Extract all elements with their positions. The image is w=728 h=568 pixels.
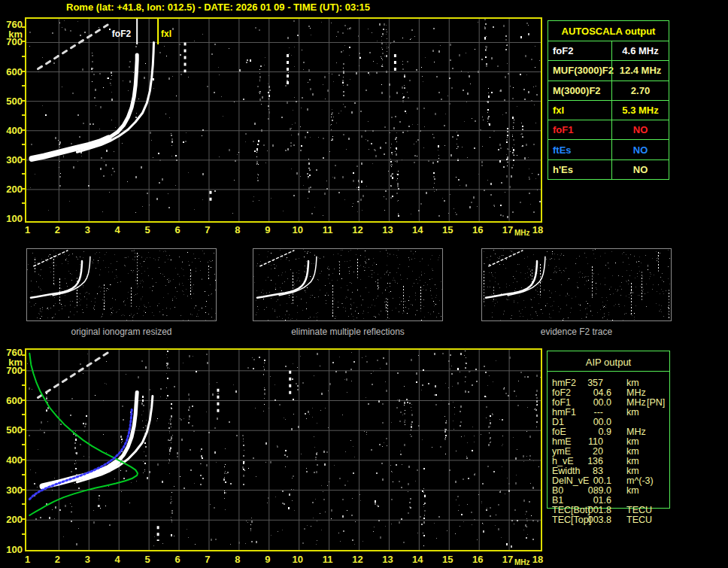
noise-dot bbox=[318, 280, 319, 281]
noise-dot bbox=[456, 500, 457, 500]
noise-dot bbox=[521, 146, 522, 147]
noise-dot bbox=[404, 405, 405, 405]
noise-dot bbox=[376, 472, 378, 474]
noise-dot bbox=[317, 320, 317, 320]
noise-dot bbox=[172, 435, 173, 436]
noise-dot bbox=[377, 63, 378, 64]
noise-dot bbox=[122, 143, 123, 144]
noise-dot bbox=[371, 143, 372, 144]
noise-dot bbox=[93, 263, 93, 263]
autoscala-row-value: 2.70 bbox=[611, 81, 669, 100]
noise-dot bbox=[651, 274, 651, 275]
noise-dot bbox=[347, 297, 347, 298]
noise-dot bbox=[620, 286, 620, 287]
noise-dot bbox=[235, 390, 237, 393]
noise-dot bbox=[166, 387, 167, 388]
noise-dot bbox=[159, 159, 161, 161]
noise-dot bbox=[201, 455, 202, 457]
noise-dot bbox=[74, 447, 76, 449]
noise-dot bbox=[296, 101, 297, 102]
noise-dot bbox=[507, 137, 508, 138]
x-axis-tick-label: 18 bbox=[528, 554, 548, 564]
noise-dot bbox=[388, 275, 389, 275]
f2-o-trace-band bbox=[32, 138, 109, 159]
noise-dot bbox=[355, 521, 356, 522]
noise-dot bbox=[607, 319, 608, 320]
autoscala-row-value: NO bbox=[611, 160, 669, 179]
noise-dot bbox=[475, 490, 475, 491]
noise-dot bbox=[525, 273, 526, 274]
noise-dot bbox=[552, 305, 553, 306]
noise-dot bbox=[76, 543, 77, 545]
noise-dot bbox=[423, 289, 423, 290]
noise-dot bbox=[256, 156, 257, 157]
noise-dot bbox=[559, 259, 560, 260]
noise-dot bbox=[366, 397, 366, 398]
noise-dot bbox=[358, 35, 359, 37]
noise-dot bbox=[383, 357, 384, 359]
x-axis-tick-label: 10 bbox=[288, 554, 308, 564]
noise-dot bbox=[584, 277, 585, 278]
noise-dot bbox=[193, 293, 194, 294]
noise-dot bbox=[578, 272, 579, 273]
noise-dot bbox=[120, 281, 121, 282]
noise-dot bbox=[387, 311, 388, 312]
noise-dot bbox=[631, 270, 632, 271]
noise-dot bbox=[177, 291, 177, 292]
noise-dot bbox=[208, 275, 209, 276]
noise-dot bbox=[234, 102, 235, 102]
noise-dot bbox=[590, 305, 590, 306]
noise-dot bbox=[402, 100, 404, 102]
noise-dot bbox=[402, 87, 403, 89]
noise-dot bbox=[465, 351, 466, 351]
noise-dot bbox=[652, 258, 653, 259]
noise-dot bbox=[487, 101, 489, 103]
noise-dot bbox=[493, 301, 493, 302]
noise-dot bbox=[348, 138, 350, 140]
noise-dot bbox=[110, 83, 111, 84]
noise-dot bbox=[411, 410, 412, 411]
noise-dot bbox=[135, 46, 137, 47]
noise-dot bbox=[360, 199, 362, 201]
noise-dot bbox=[364, 431, 365, 432]
noise-dot bbox=[201, 463, 202, 464]
noise-dot bbox=[137, 259, 138, 260]
noise-dot bbox=[532, 539, 534, 540]
noise-dot bbox=[436, 295, 437, 296]
noise-dot bbox=[145, 429, 146, 430]
noise-dot bbox=[144, 271, 145, 272]
noise-dot bbox=[394, 280, 395, 281]
noise-dot bbox=[291, 303, 292, 304]
noise-dot bbox=[39, 314, 40, 314]
noise-dot bbox=[650, 276, 651, 277]
noise-dot bbox=[111, 71, 112, 74]
noise-dot bbox=[55, 314, 56, 314]
noise-dot bbox=[332, 300, 333, 302]
noise-dot bbox=[524, 376, 526, 378]
noise-dot bbox=[182, 283, 183, 284]
noise-dot bbox=[365, 130, 366, 132]
noise-dot bbox=[551, 258, 552, 259]
noise-dot bbox=[399, 121, 401, 123]
noise-dot bbox=[143, 281, 144, 282]
noise-dot bbox=[202, 129, 204, 131]
noise-dot bbox=[308, 190, 310, 191]
noise-dot bbox=[414, 258, 415, 259]
noise-dot bbox=[435, 113, 436, 115]
noise-dot bbox=[293, 275, 293, 277]
noise-dot bbox=[383, 29, 384, 30]
noise-dot bbox=[347, 29, 348, 29]
noise-dot bbox=[541, 281, 542, 282]
noise-dot bbox=[493, 26, 494, 28]
noise-dot bbox=[169, 419, 170, 420]
noise-dot bbox=[559, 268, 560, 269]
noise-dot bbox=[541, 309, 541, 310]
noise-dot bbox=[398, 214, 399, 214]
noise-dot bbox=[41, 259, 42, 260]
noise-dot bbox=[144, 463, 146, 464]
noise-dot bbox=[77, 305, 77, 306]
noise-dot bbox=[321, 485, 322, 486]
noise-dot bbox=[104, 308, 105, 310]
electron-density-profile bbox=[29, 354, 138, 515]
y-axis-minor-tick bbox=[22, 399, 25, 401]
